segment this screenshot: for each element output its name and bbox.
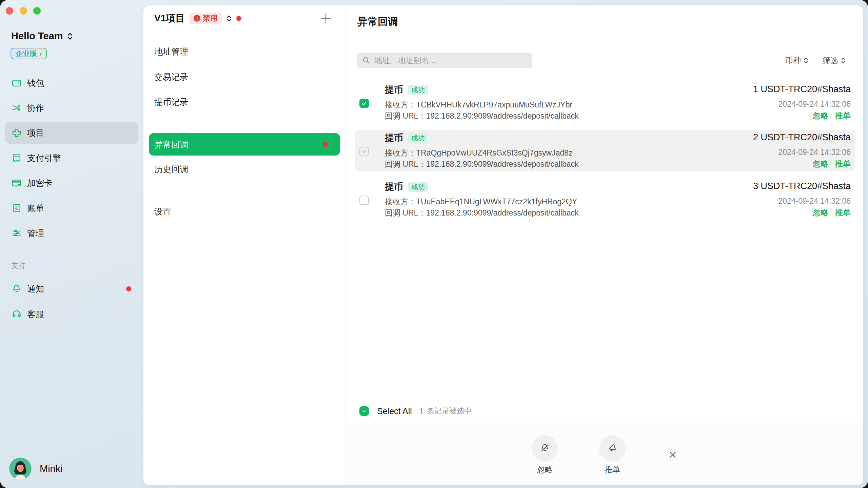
project-switcher-chevron-icon[interactable] (226, 15, 232, 22)
record-amount: 1 USDT-TRC20#Shasta (753, 84, 851, 95)
table-row[interactable]: 提币 成功 接收方：TRaQgHpoVwUUZ4RsGxSt3sQj7gsywJ… (355, 130, 855, 171)
record-timestamp: 2024-09-24 14:32:06 (778, 148, 851, 157)
table-row[interactable]: 提币 成功 接收方：TUuEabEEq1NUgLWWxT77cz2k1fyHRo… (355, 179, 855, 220)
select-all-checkbox[interactable] (359, 406, 369, 416)
close-icon (668, 450, 678, 460)
window-close-button[interactable] (6, 7, 13, 15)
bulk-action-bar: 忽略 推单 (346, 424, 863, 485)
search-input[interactable] (357, 53, 532, 68)
menu-item-label: 异常回调 (154, 133, 188, 156)
callback-url-line: 回调 URL：192.168.2.90:9099/address/deposit… (385, 159, 579, 169)
ignore-link[interactable]: 忽略 (813, 110, 828, 121)
shuffle-icon (11, 102, 22, 113)
panel-divider (346, 5, 346, 485)
menu-item-withdrawal-records[interactable]: 提币记录 (154, 96, 188, 108)
user-profile[interactable]: Minki (9, 458, 63, 480)
callback-url-label: 回调 URL： (385, 160, 426, 168)
currency-filter[interactable]: 币种 (785, 53, 808, 68)
search-box (357, 53, 532, 68)
menu-item-address-management[interactable]: 地址管理 (154, 46, 188, 57)
check-icon (360, 100, 368, 107)
bell-icon (11, 283, 22, 294)
sidebar-item-wallet[interactable]: 钱包 (5, 72, 138, 94)
support-section-label: 支持 (11, 261, 25, 270)
megaphone-icon (606, 442, 618, 454)
status-badge: 成功 (408, 133, 428, 143)
ignore-link[interactable]: 忽略 (813, 207, 828, 218)
sidebar-item-notifications[interactable]: 通知 (5, 278, 138, 300)
disabled-status-label: 禁用 (203, 13, 218, 23)
check-icon (361, 148, 368, 155)
row-checkbox[interactable] (359, 147, 369, 156)
add-project-button[interactable] (318, 11, 334, 26)
plan-badge-label: 企业版 (16, 49, 37, 58)
receiver-label: 接收方： (385, 100, 416, 109)
app-window: Hello Team 企业版 › 钱包 协作 项目 支付引擎 (0, 0, 868, 488)
record-timestamp: 2024-09-24 14:32:06 (778, 197, 851, 206)
filter-button[interactable]: 筛选 (823, 53, 846, 68)
team-switcher[interactable]: Hello Team (11, 30, 73, 42)
push-link[interactable]: 推单 (835, 159, 851, 169)
receiver-label: 接收方： (385, 197, 416, 206)
filter-button-label: 筛选 (823, 55, 838, 66)
indeterminate-icon (361, 408, 368, 414)
record-timestamp: 2024-09-24 14:32:06 (778, 100, 851, 109)
row-title: 提币 成功 (385, 84, 428, 96)
project-title: V1項目 (154, 12, 185, 25)
sidebar-item-label: 通知 (27, 283, 44, 294)
row-checkbox[interactable] (359, 99, 369, 108)
selected-count: 1 (419, 407, 423, 415)
sidebar-item-label: 支付引擎 (27, 152, 61, 164)
window-zoom-button[interactable] (33, 7, 41, 15)
selected-count-suffix: 条记录被选中 (427, 406, 472, 416)
callback-url: 192.168.2.90:9099/address/deposit/callba… (426, 111, 578, 120)
window-minimize-button[interactable] (20, 7, 27, 15)
bulk-ignore-button[interactable] (532, 435, 558, 462)
push-link[interactable]: 推单 (835, 207, 851, 218)
row-checkbox[interactable] (359, 196, 369, 205)
row-actions: 忽略 推单 (813, 110, 851, 121)
sidebar-item-label: 账单 (27, 203, 44, 214)
menu-divider (154, 126, 334, 126)
menu-item-transaction-records[interactable]: 交易记录 (154, 71, 188, 83)
callback-url-line: 回调 URL：192.168.2.90:9099/address/deposit… (385, 208, 579, 218)
table-row[interactable]: 提币 成功 接收方：TCBkVHHUk7vkRLP97axpuuMuSufLWz… (355, 82, 855, 123)
callback-url: 192.168.2.90:9099/address/deposit/callba… (426, 160, 578, 168)
row-actions: 忽略 推单 (813, 207, 851, 218)
push-link[interactable]: 推单 (835, 110, 851, 121)
select-all-row: Select All 1 条记录被选中 (355, 404, 472, 419)
callback-url: 192.168.2.90:9099/address/deposit/callba… (426, 208, 578, 217)
callback-url-label: 回调 URL： (385, 111, 426, 120)
exception-alert-dot (323, 142, 328, 147)
receiver-address: TCBkVHHUk7vkRLP97axpuuMuSufLWzJYbr (416, 100, 572, 109)
sidebar-item-payment-engine[interactable]: 支付引擎 (5, 147, 138, 169)
plan-badge[interactable]: 企业版 › (11, 48, 47, 59)
sort-chevrons-icon (841, 57, 846, 64)
record-type: 提币 (385, 181, 403, 193)
menu-item-settings[interactable]: 设置 (154, 206, 171, 217)
ignore-link[interactable]: 忽略 (813, 159, 828, 169)
currency-filter-label: 币种 (785, 55, 801, 66)
sidebar-item-bills[interactable]: 账单 (5, 197, 138, 219)
plan-badge-arrow-icon: › (39, 50, 42, 58)
bulk-push-button[interactable] (599, 435, 626, 462)
menu-item-history-callback[interactable]: 历史回调 (154, 163, 188, 175)
record-amount: 2 USDT-TRC20#Shasta (753, 132, 851, 143)
disabled-status-badge: ! 禁用 (190, 13, 222, 24)
sidebar-item-customer-service[interactable]: 客服 (5, 303, 138, 325)
sidebar-item-projects[interactable]: 项目 (5, 122, 138, 144)
wallet-icon (11, 78, 22, 88)
status-badge: 成功 (408, 85, 428, 95)
select-all-label[interactable]: Select All (377, 406, 412, 416)
plus-cross-icon (11, 127, 22, 138)
receiver-line: 接收方：TRaQgHpoVwUUZ4RsGxSt3sQj7gsywJad8z (385, 148, 572, 158)
sidebar-item-crypto-card[interactable]: 加密卡 (5, 172, 138, 194)
sidebar-item-management[interactable]: 管理 (5, 222, 138, 244)
menu-item-exception-callback[interactable]: 异常回调 (149, 133, 340, 156)
row-title: 提币 成功 (385, 181, 428, 192)
receiver-line: 接收方：TUuEabEEq1NUgLWWxT77cz2k1fyHRog2QY (385, 197, 577, 207)
sidebar-item-collaboration[interactable]: 协作 (5, 97, 138, 119)
receiver-address: TRaQgHpoVwUUZ4RsGxSt3sQj7gsywJad8z (416, 148, 572, 157)
record-type: 提币 (385, 132, 403, 144)
close-action-bar-button[interactable] (665, 447, 681, 463)
